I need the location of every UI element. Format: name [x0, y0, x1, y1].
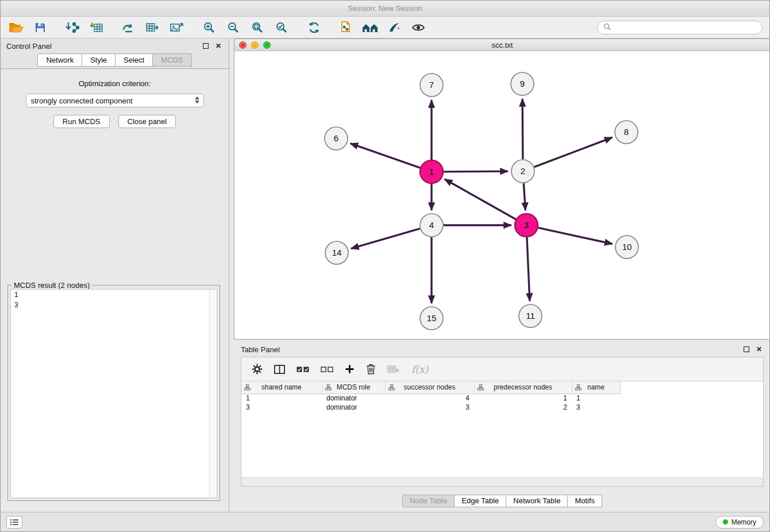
float-table-panel-icon[interactable]: [742, 345, 751, 354]
edge-2-8[interactable]: [534, 137, 613, 167]
import-table-icon[interactable]: [88, 20, 105, 36]
window-minimize-icon[interactable]: −: [251, 41, 259, 49]
result-scrollbar[interactable]: [209, 290, 217, 498]
zoom-out-icon[interactable]: [225, 20, 242, 36]
graph-node-2[interactable]: 2: [511, 160, 534, 183]
result-item[interactable]: 3: [11, 300, 217, 310]
refresh-icon[interactable]: [305, 20, 322, 36]
svg-text:11: 11: [526, 311, 535, 321]
graph-node-6[interactable]: 6: [325, 127, 348, 150]
memory-button[interactable]: Memory: [715, 516, 764, 529]
edge-3-1[interactable]: [445, 179, 516, 219]
trash-icon[interactable]: [366, 361, 376, 377]
graph-node-7[interactable]: 7: [420, 74, 443, 97]
tab-network[interactable]: Network: [37, 53, 82, 67]
edge-2-9[interactable]: [522, 99, 523, 159]
column-header-successor-nodes[interactable]: successor nodes: [385, 381, 474, 394]
column-header-shared-name[interactable]: shared name: [241, 381, 322, 394]
table-header-row: shared nameMCDS rolesuccessor nodesprede…: [241, 381, 763, 394]
graph-node-9[interactable]: 9: [511, 72, 534, 95]
export-table-icon[interactable]: [144, 20, 161, 36]
search-input[interactable]: [614, 23, 756, 32]
window-titlebar: Session: New Session: [1, 1, 769, 17]
tab-style[interactable]: Style: [82, 53, 116, 67]
export-network-icon[interactable]: [120, 20, 137, 36]
graph-node-1[interactable]: 1: [420, 160, 443, 183]
search-icon: [603, 22, 611, 33]
task-history-icon[interactable]: [6, 516, 22, 529]
tab-node-table[interactable]: Node Table: [402, 495, 455, 507]
add-column-icon[interactable]: [345, 361, 355, 377]
open-folder-icon[interactable]: [7, 20, 25, 36]
table-cell[interactable]: 3: [241, 403, 322, 412]
search-field[interactable]: [597, 21, 763, 34]
zoom-fit-icon[interactable]: [249, 20, 266, 36]
network-graph[interactable]: 7968124314101511: [234, 51, 770, 339]
window-close-icon[interactable]: ✕: [239, 41, 247, 49]
svg-text:1: 1: [429, 167, 434, 176]
split-columns-icon[interactable]: [274, 361, 285, 377]
edge-4-14[interactable]: [351, 229, 420, 249]
copy-style-icon[interactable]: [337, 20, 355, 36]
close-panel-icon[interactable]: ✕: [214, 41, 223, 51]
edge-2-3[interactable]: [523, 183, 525, 210]
edge-1-2[interactable]: [444, 171, 508, 172]
style-brush-icon[interactable]: [386, 20, 403, 36]
result-item[interactable]: 1: [11, 290, 217, 300]
table-cell[interactable]: 1: [241, 394, 322, 403]
table-row[interactable]: 3dominator323: [241, 403, 763, 412]
table-cell[interactable]: 1: [474, 394, 572, 403]
zoom-selected-icon[interactable]: [273, 20, 290, 36]
import-network-icon[interactable]: [64, 20, 81, 36]
tab-edge-table[interactable]: Edge Table: [455, 495, 506, 507]
graph-node-4[interactable]: 4: [420, 214, 443, 237]
graph-node-15[interactable]: 15: [420, 307, 443, 330]
application-window: Session: New Session: [0, 0, 770, 532]
zoom-in-icon[interactable]: [201, 20, 218, 36]
close-panel-button[interactable]: Close panel: [118, 115, 176, 128]
unselect-all-columns-icon[interactable]: [321, 361, 333, 377]
table-panel-tabs: Node Table Edge Table Network Table Moti…: [234, 495, 770, 507]
table-cell[interactable]: 4: [385, 394, 474, 403]
tab-mcds[interactable]: MCDS: [153, 53, 191, 67]
tab-select[interactable]: Select: [116, 53, 153, 67]
graph-node-11[interactable]: 11: [519, 304, 542, 327]
select-all-columns-icon[interactable]: [297, 361, 309, 377]
network-canvas[interactable]: 7968124314101511: [234, 51, 770, 339]
window-zoom-icon[interactable]: +: [263, 41, 271, 49]
table-cell[interactable]: 3: [572, 403, 620, 412]
svg-text:15: 15: [427, 313, 437, 323]
export-image-icon[interactable]: [168, 20, 186, 36]
first-neighbors-icon[interactable]: [361, 20, 379, 36]
save-icon[interactable]: [32, 20, 49, 36]
close-table-panel-icon[interactable]: ✕: [754, 345, 764, 354]
optimization-criterion-select[interactable]: strongly connected component: [26, 94, 204, 107]
table-row[interactable]: 1dominator411: [241, 394, 763, 403]
edge-1-6[interactable]: [351, 144, 421, 168]
column-header-predecessor-nodes[interactable]: predecessor nodes: [474, 381, 572, 394]
svg-text:7: 7: [429, 80, 434, 90]
table-cell[interactable]: 2: [474, 403, 572, 412]
graph-node-8[interactable]: 8: [615, 121, 638, 144]
float-panel-icon[interactable]: [201, 41, 210, 51]
graph-node-3[interactable]: 3: [515, 214, 538, 237]
gear-icon[interactable]: [252, 361, 263, 377]
table-cell[interactable]: 3: [385, 403, 474, 412]
graph-node-10[interactable]: 10: [615, 236, 638, 259]
table-horizontal-scrollbar[interactable]: [241, 477, 763, 486]
table-cell[interactable]: dominator: [322, 403, 385, 412]
svg-text:6: 6: [334, 133, 338, 143]
tab-motifs[interactable]: Motifs: [568, 495, 602, 507]
mcds-result-list[interactable]: 1 3: [10, 289, 217, 498]
edge-3-11[interactable]: [527, 237, 530, 301]
column-header-mcds-role[interactable]: MCDS role: [322, 381, 385, 394]
table-cell[interactable]: dominator: [322, 394, 385, 403]
eye-icon[interactable]: [410, 20, 427, 36]
tab-network-table[interactable]: Network Table: [506, 495, 568, 507]
column-header-name[interactable]: name: [572, 381, 620, 394]
run-mcds-button[interactable]: Run MCDS: [53, 115, 110, 128]
graph-node-14[interactable]: 14: [325, 241, 348, 264]
session-title: Session: New Session: [348, 4, 422, 13]
table-cell[interactable]: 1: [572, 394, 620, 403]
edge-3-10[interactable]: [538, 228, 613, 244]
